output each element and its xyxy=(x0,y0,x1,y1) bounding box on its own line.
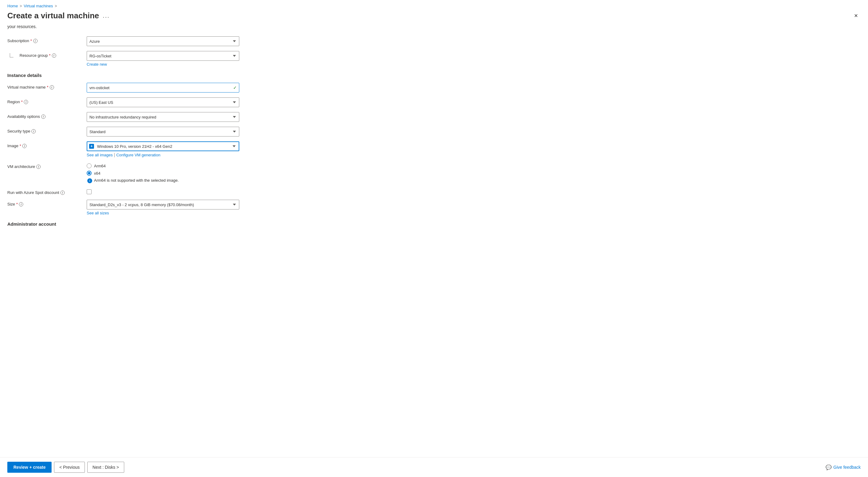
security-type-control: Standard xyxy=(87,127,239,137)
subscription-required: * xyxy=(31,38,32,43)
rg-links-row: Create new xyxy=(87,62,239,66)
region-row: Region * i (US) East US xyxy=(7,97,861,107)
create-new-rg-link[interactable]: Create new xyxy=(87,62,107,66)
region-label: Region * i xyxy=(7,97,87,104)
breadcrumb-vms[interactable]: Virtual machines xyxy=(24,4,53,8)
availability-options-control: No infrastructure redundancy required xyxy=(87,112,239,122)
arm64-info-circle-icon: i xyxy=(87,178,92,183)
image-select-wrap: ❖ Windows 10 Pro, version 21H2 - x64 Gen… xyxy=(87,141,239,151)
rg-control: RG-osTicket Create new xyxy=(87,51,239,66)
vm-arch-x64-dot xyxy=(88,172,90,174)
rg-info-icon[interactable]: i xyxy=(52,54,56,58)
spot-discount-control xyxy=(87,188,239,194)
availability-info-icon[interactable]: i xyxy=(41,115,45,119)
vm-arch-x64-label: x64 xyxy=(94,171,100,176)
page-subtitle: your resources. xyxy=(7,24,861,29)
give-feedback-button[interactable]: 💬 Give feedback xyxy=(826,465,861,470)
vm-architecture-row: VM architecture i Arm64 x64 i xyxy=(7,162,861,183)
size-links-row: See all sizes xyxy=(87,211,239,215)
region-required: * xyxy=(21,99,23,104)
availability-options-row: Availability options i No infrastructure… xyxy=(7,112,861,122)
size-info-icon[interactable]: i xyxy=(19,202,23,206)
security-type-select[interactable]: Standard xyxy=(87,127,239,137)
breadcrumb-sep1: > xyxy=(20,4,22,8)
vm-architecture-control: Arm64 x64 i Arm64 is not supported with … xyxy=(87,162,239,183)
vm-name-check-icon: ✓ xyxy=(233,85,237,90)
region-info-icon[interactable]: i xyxy=(24,100,28,104)
image-pipe: | xyxy=(114,152,115,157)
vm-name-input-wrap: ✓ xyxy=(87,83,239,92)
next-disks-button[interactable]: Next : Disks > xyxy=(87,462,124,473)
spot-discount-row: Run with Azure Spot discount i xyxy=(7,188,861,195)
image-required: * xyxy=(20,144,21,148)
size-label: Size * i xyxy=(7,200,87,206)
subscription-label: Subscription * i xyxy=(7,36,87,43)
image-label: Image * i xyxy=(7,141,87,148)
admin-account-header: Administrator account xyxy=(7,221,861,227)
page-title: Create a virtual machine xyxy=(7,11,99,21)
subscription-row: Subscription * i Azure xyxy=(7,36,861,46)
breadcrumb-home[interactable]: Home xyxy=(7,4,18,8)
vm-name-input[interactable] xyxy=(87,83,239,92)
breadcrumb-sep2: > xyxy=(55,4,57,8)
close-button[interactable]: ✕ xyxy=(851,11,861,21)
size-control: Standard_D2s_v3 - 2 vcpus, 8 GiB memory … xyxy=(87,200,239,215)
vm-name-row: Virtual machine name * i ✓ xyxy=(7,83,861,92)
vm-name-label: Virtual machine name * i xyxy=(7,83,87,89)
vm-arch-arm64-label: Arm64 xyxy=(94,164,105,168)
vm-architecture-label: VM architecture i xyxy=(7,162,87,169)
previous-button[interactable]: < Previous xyxy=(54,462,85,473)
give-feedback-label: Give feedback xyxy=(834,465,861,470)
resource-group-row: Resource group * i RG-osTicket Create ne… xyxy=(7,51,861,66)
vm-architecture-radio-group: Arm64 x64 xyxy=(87,162,239,176)
resource-group-select[interactable]: RG-osTicket xyxy=(87,51,239,61)
spot-discount-checkbox[interactable] xyxy=(87,189,92,194)
arm64-info-message: i Arm64 is not supported with the select… xyxy=(87,178,239,183)
rg-indent-line xyxy=(10,53,13,57)
spot-discount-checkbox-wrap xyxy=(87,188,239,194)
security-type-label: Security type i xyxy=(7,127,87,133)
spot-discount-info-icon[interactable]: i xyxy=(60,190,65,195)
vm-arch-arm64-radio[interactable] xyxy=(87,163,92,168)
review-create-button[interactable]: Review + create xyxy=(7,462,52,473)
security-type-row: Security type i Standard xyxy=(7,127,861,137)
image-links-row: See all images | Configure VM generation xyxy=(87,152,239,157)
see-all-images-link[interactable]: See all images xyxy=(87,153,113,157)
region-select[interactable]: (US) East US xyxy=(87,97,239,107)
security-type-info-icon[interactable]: i xyxy=(31,129,36,133)
main-content: your resources. Subscription * i Azure R… xyxy=(0,24,868,457)
rg-required: * xyxy=(49,53,51,58)
rg-indent xyxy=(7,51,20,57)
subscription-control: Azure xyxy=(87,36,239,46)
availability-options-label: Availability options i xyxy=(7,112,87,119)
image-control: ❖ Windows 10 Pro, version 21H2 - x64 Gen… xyxy=(87,141,239,157)
subscription-info-icon[interactable]: i xyxy=(33,39,37,43)
resource-group-label: Resource group * i xyxy=(20,51,87,58)
image-row: Image * i ❖ Windows 10 Pro, version 21H2… xyxy=(7,141,861,157)
title-menu-dots[interactable]: ... xyxy=(103,12,110,19)
arm64-info-text: Arm64 is not supported with the selected… xyxy=(94,178,179,183)
region-control: (US) East US xyxy=(87,97,239,107)
footer: Review + create < Previous Next : Disks … xyxy=(0,457,868,477)
vm-arch-x64-item: x64 xyxy=(87,171,239,176)
image-select[interactable]: Windows 10 Pro, version 21H2 - x64 Gen2 xyxy=(87,141,239,151)
size-select[interactable]: Standard_D2s_v3 - 2 vcpus, 8 GiB memory … xyxy=(87,200,239,209)
vm-arch-arm64-item: Arm64 xyxy=(87,163,239,168)
configure-vm-generation-link[interactable]: Configure VM generation xyxy=(116,153,160,157)
spot-discount-label: Run with Azure Spot discount i xyxy=(7,188,87,195)
subscription-select[interactable]: Azure xyxy=(87,36,239,46)
size-required: * xyxy=(16,202,18,206)
vm-arch-info-icon[interactable]: i xyxy=(36,165,40,169)
availability-options-select[interactable]: No infrastructure redundancy required xyxy=(87,112,239,122)
image-info-icon[interactable]: i xyxy=(22,144,27,148)
vm-name-required: * xyxy=(47,85,49,89)
vm-arch-x64-radio[interactable] xyxy=(87,171,92,176)
instance-details-header: Instance details xyxy=(7,73,861,78)
feedback-icon: 💬 xyxy=(826,465,832,470)
vm-name-control: ✓ xyxy=(87,83,239,92)
breadcrumb: Home > Virtual machines > xyxy=(0,0,868,9)
size-row: Size * i Standard_D2s_v3 - 2 vcpus, 8 Gi… xyxy=(7,200,861,215)
see-all-sizes-link[interactable]: See all sizes xyxy=(87,211,109,215)
vm-name-info-icon[interactable]: i xyxy=(50,85,54,89)
page-title-row: Create a virtual machine ... ✕ xyxy=(0,9,868,24)
